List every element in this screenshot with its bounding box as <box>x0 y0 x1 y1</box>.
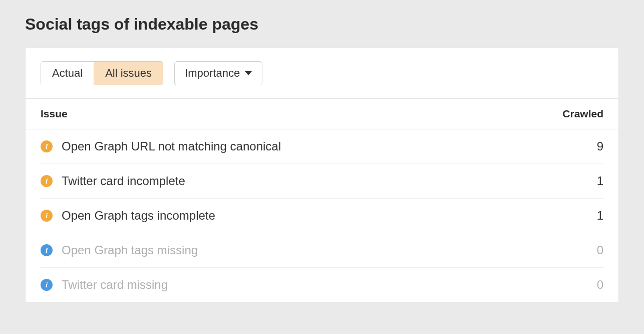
crawled-count: 0 <box>573 243 603 257</box>
info-icon: i <box>41 140 53 152</box>
crawled-count: 9 <box>573 139 603 153</box>
table-row[interactable]: i Twitter card missing 0 <box>41 268 603 302</box>
column-header-crawled: Crawled <box>548 108 603 120</box>
filter-segmented-control: Actual All issues <box>41 61 163 85</box>
crawled-count: 1 <box>573 174 603 188</box>
info-icon: i <box>41 175 53 187</box>
page-title: Social tags of indexable pages <box>25 15 619 34</box>
issue-label: Twitter card missing <box>62 278 573 292</box>
issues-panel: Actual All issues Importance Issue Crawl… <box>25 48 619 302</box>
info-icon: i <box>41 279 53 291</box>
sort-dropdown[interactable]: Importance <box>174 61 262 85</box>
issue-label: Open Graph tags missing <box>62 243 573 257</box>
tab-actual[interactable]: Actual <box>41 62 94 85</box>
issue-label: Twitter card incomplete <box>62 174 573 188</box>
toolbar: Actual All issues Importance <box>26 48 618 99</box>
issue-label: Open Graph URL not matching canonical <box>62 139 573 153</box>
crawled-count: 1 <box>573 209 603 223</box>
sort-dropdown-label: Importance <box>185 67 240 80</box>
crawled-count: 0 <box>573 278 603 292</box>
table-row[interactable]: i Open Graph tags missing 0 <box>41 233 603 268</box>
table-row[interactable]: i Twitter card incomplete 1 <box>41 164 603 199</box>
table-row[interactable]: i Open Graph URL not matching canonical … <box>41 129 603 164</box>
table-row[interactable]: i Open Graph tags incomplete 1 <box>41 199 603 233</box>
table-body: i Open Graph URL not matching canonical … <box>26 129 618 302</box>
tab-all-issues[interactable]: All issues <box>94 62 163 85</box>
issue-label: Open Graph tags incomplete <box>62 209 573 223</box>
info-icon: i <box>41 210 53 222</box>
info-icon: i <box>41 244 53 256</box>
chevron-down-icon <box>245 71 252 75</box>
column-header-issue: Issue <box>41 108 548 120</box>
table-header: Issue Crawled <box>26 99 618 129</box>
